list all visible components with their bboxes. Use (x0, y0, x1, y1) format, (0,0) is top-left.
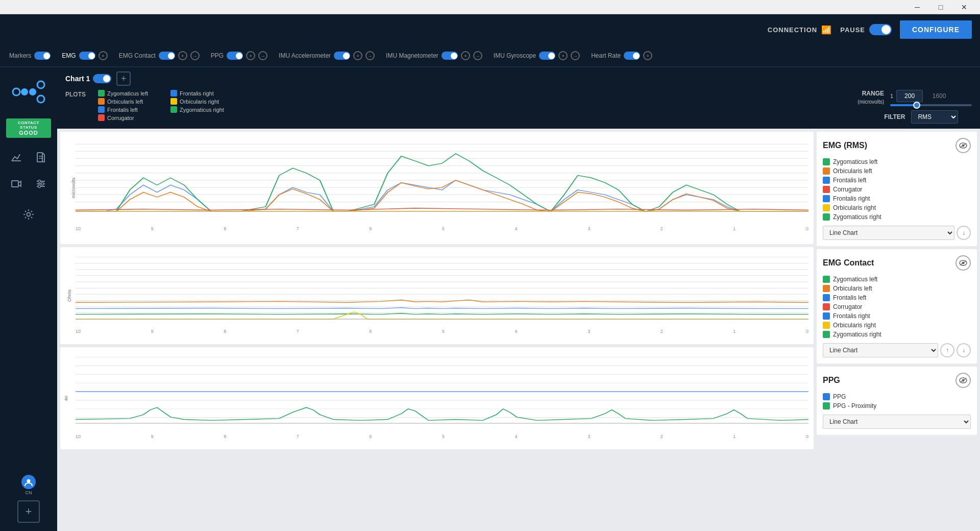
legend-frontalis-right: Frontalis right (823, 195, 971, 202)
pause-toggle[interactable] (869, 24, 892, 35)
tab-emg[interactable]: EMG + (57, 49, 112, 62)
emg-toggle[interactable] (79, 52, 95, 60)
gear-icon[interactable] (17, 203, 40, 226)
heart-rate-btn[interactable]: + (643, 51, 652, 60)
tab-emg-contact[interactable]: EMG Contact + → (114, 49, 205, 62)
file-icon[interactable] (30, 146, 52, 168)
ppg-y-label: au (63, 396, 68, 401)
emg-contact-up-button[interactable]: ↑ (940, 343, 954, 357)
ppg-hide-button[interactable] (955, 373, 971, 388)
imu-acc-btn1[interactable]: + (353, 51, 362, 60)
chart1-toggle[interactable] (93, 74, 111, 83)
x-tick: 6 (369, 329, 372, 334)
tab-heart-rate[interactable]: Heart Rate + (586, 49, 657, 62)
ppg-chart-type-select[interactable]: Line Chart Bar Chart (823, 415, 971, 429)
emg-rms-chart-type-select[interactable]: Line Chart Bar Chart (823, 226, 954, 240)
plot-corrugator-label: Corrugator (107, 115, 134, 121)
ppg-title-text: PPG (823, 376, 840, 385)
imu-gyro-btn2[interactable]: → (571, 51, 580, 60)
plot-zygomaticus-left-cb[interactable] (98, 90, 105, 96)
x-tick: 9 (151, 226, 154, 231)
ppg-btn1[interactable]: + (246, 51, 255, 60)
emg-contact-btn1[interactable]: + (178, 51, 187, 60)
legend-cb-orbicularis-right[interactable] (823, 204, 830, 211)
legend-cb-ppg-proximity[interactable] (823, 402, 830, 409)
plot-frontalis-left-cb[interactable] (98, 106, 105, 113)
status-label: CONTACT STATUS (10, 120, 47, 130)
tab-bar: Markers EMG + EMG Contact + → PPG + → IM… (0, 45, 980, 67)
range-input-1[interactable] (896, 90, 923, 102)
legend-label-frontalis-right: Frontalis right (833, 195, 870, 202)
ppg-title: PPG (823, 373, 971, 388)
legend-cb-emgc-orbicularis-right[interactable] (823, 322, 830, 329)
x-tick: 4 (515, 434, 518, 439)
imu-mag-btn2[interactable]: → (473, 51, 482, 60)
add-chart-button[interactable]: + (116, 71, 131, 86)
plot-frontalis-right-cb[interactable] (170, 90, 177, 96)
svg-point-4 (37, 95, 44, 103)
legend-cb-emgc-zygomaticus-left[interactable] (823, 276, 830, 283)
video-icon[interactable] (5, 173, 28, 195)
x-tick: 3 (587, 434, 590, 439)
legend-cb-emgc-zygomaticus-right[interactable] (823, 331, 830, 338)
legend-cb-zygomaticus-left[interactable] (823, 158, 830, 165)
legend-cb-orbicularis-left[interactable] (823, 167, 830, 175)
imu-mag-toggle[interactable] (442, 52, 458, 60)
imu-gyro-btn1[interactable]: + (558, 51, 568, 60)
emg-rms-title-text: EMG (RMS) (823, 141, 867, 150)
imu-mag-btn1[interactable]: + (461, 51, 470, 60)
legend-cb-zygomaticus-right[interactable] (823, 213, 830, 221)
maximize-button[interactable]: □ (929, 0, 952, 14)
plot-corrugator-cb[interactable] (98, 114, 105, 121)
legend-cb-frontalis-right[interactable] (823, 195, 830, 202)
imu-acc-toggle[interactable] (334, 52, 350, 60)
tab-imu-gyro[interactable]: IMU Gyroscope + → (488, 49, 585, 62)
ppg-btn2[interactable]: → (258, 51, 267, 60)
imu-acc-btn2[interactable]: → (365, 51, 375, 60)
avatar (21, 475, 36, 489)
emg-contact-chart-container: Ohms (60, 247, 814, 344)
config-panel: Chart 1 + PLOTS Zygomaticus left Orbicul… (57, 67, 980, 129)
range-input-2[interactable] (926, 90, 952, 102)
settings-panel-icon[interactable] (30, 173, 52, 195)
filter-select[interactable]: RMS Raw Bandpass (911, 110, 958, 124)
emg-contact-chart-type-select[interactable]: Line Chart Bar Chart (823, 343, 938, 357)
tab-imu-acc[interactable]: IMU Accelerometer + → (274, 49, 380, 62)
add-button[interactable]: + (17, 500, 40, 523)
emg-rms-download-button[interactable]: ↓ (957, 226, 971, 240)
tab-imu-mag[interactable]: IMU Magnetometer + → (381, 49, 487, 62)
ppg-toggle[interactable] (227, 52, 243, 60)
legend-cb-emgc-orbicularis-left[interactable] (823, 285, 830, 292)
legend-cb-ppg[interactable] (823, 393, 830, 400)
legend-cb-emgc-frontalis-left[interactable] (823, 294, 830, 301)
emg-contact-hide-button[interactable] (955, 255, 971, 271)
emg-contact-down-button[interactable]: ↓ (957, 343, 971, 357)
tab-ppg[interactable]: PPG + → (206, 49, 273, 62)
emg-contact-title-text: EMG Contact (823, 258, 874, 268)
legend-cb-corrugator[interactable] (823, 186, 830, 193)
emg-contact-toggle[interactable] (159, 52, 175, 60)
tab-markers[interactable]: Markers (4, 50, 56, 62)
svg-line-55 (960, 261, 966, 265)
markers-toggle[interactable] (34, 52, 51, 60)
plot-zygomaticus-right-cb[interactable] (170, 106, 177, 113)
configure-button[interactable]: CONFIGURE (900, 20, 972, 39)
emg-rms-hide-button[interactable] (955, 138, 971, 153)
legend-label-ppg: PPG (833, 393, 846, 400)
close-button[interactable]: ✕ (952, 0, 976, 14)
minimize-button[interactable]: ─ (905, 0, 929, 14)
legend-label-zygomaticus-left: Zygomaticus left (833, 158, 877, 165)
chart-icon[interactable] (5, 146, 28, 168)
legend-cb-frontalis-left[interactable] (823, 177, 830, 184)
emg-contact-btn2[interactable]: → (190, 51, 200, 60)
range-min: 1 (890, 93, 893, 99)
legend-cb-emgc-frontalis-right[interactable] (823, 312, 830, 320)
imu-gyro-toggle[interactable] (539, 52, 555, 60)
plot-orbicularis-left-cb[interactable] (98, 98, 105, 105)
emg-add-btn[interactable]: + (99, 51, 108, 60)
heart-rate-toggle[interactable] (624, 52, 640, 60)
legend-cb-emgc-corrugator[interactable] (823, 303, 830, 310)
user-avatar-area[interactable]: CN (17, 474, 40, 496)
plot-orbicularis-right-cb[interactable] (170, 98, 177, 105)
x-tick: 4 (515, 329, 518, 334)
